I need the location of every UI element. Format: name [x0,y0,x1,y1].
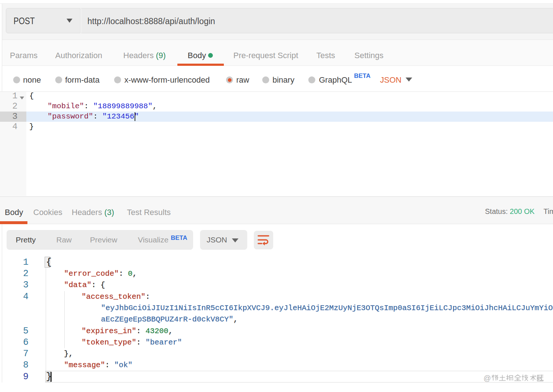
svg-text:@: @ [484,374,491,382]
